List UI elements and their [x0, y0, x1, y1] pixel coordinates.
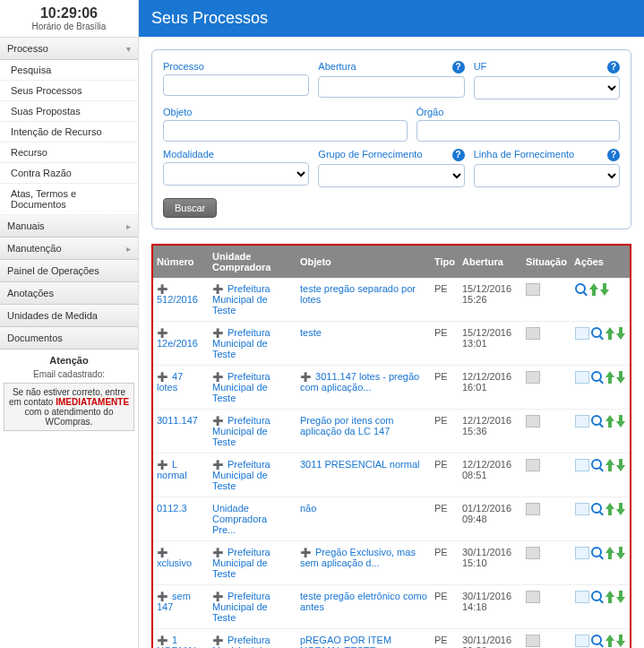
download-icon[interactable] [616, 635, 625, 647]
paper-icon[interactable] [575, 459, 589, 471]
expand-icon[interactable]: ➕ [212, 635, 223, 645]
download-icon[interactable] [600, 283, 609, 296]
expand-icon[interactable]: ➕ [212, 460, 223, 470]
expand-icon[interactable]: ➕ [157, 372, 167, 382]
cell-unidade[interactable]: Unidade Compradora Pre... [209, 497, 296, 541]
up-icon[interactable] [605, 591, 614, 603]
help-icon[interactable]: ? [452, 149, 465, 161]
view-icon[interactable] [591, 415, 604, 428]
download-icon[interactable] [616, 371, 625, 384]
expand-icon[interactable]: ➕ [212, 548, 223, 557]
expand-icon[interactable]: ➕ [157, 592, 167, 601]
view-icon[interactable] [591, 327, 604, 340]
sidebar-item[interactable]: Suas Propostas [0, 101, 138, 122]
cell-unidade[interactable]: ➕ Prefeitura Municipal de Teste [209, 410, 296, 454]
cell-objeto[interactable]: teste pregão separado por lotes [296, 278, 431, 322]
view-icon[interactable] [575, 283, 588, 296]
view-icon[interactable] [591, 635, 604, 647]
cell-objeto[interactable]: ➕ 3011.147 lotes - pregão com aplicação.… [296, 366, 431, 410]
buscar-button[interactable]: Buscar [163, 198, 217, 218]
help-icon[interactable]: ? [452, 61, 465, 73]
cell-unidade[interactable]: ➕ Prefeitura Municipal de Teste [209, 454, 296, 497]
up-icon[interactable] [589, 283, 598, 296]
menu-documentos[interactable]: Documentos [0, 327, 138, 350]
view-icon[interactable] [591, 503, 604, 515]
download-icon[interactable] [616, 459, 625, 471]
cell-unidade[interactable]: ➕ Prefeitura Municipal de Teste [209, 585, 296, 629]
cell-objeto[interactable]: não [296, 497, 431, 541]
cell-objeto[interactable]: 3011 PRESENCIAL normal [296, 454, 431, 497]
sidebar-item[interactable]: Intenção de Recurso [0, 122, 138, 143]
paper-icon[interactable] [575, 547, 589, 559]
expand-icon[interactable]: ➕ [212, 372, 223, 382]
help-icon[interactable]: ? [607, 61, 620, 73]
view-icon[interactable] [591, 591, 604, 603]
expand-icon[interactable]: ➕ [212, 328, 223, 338]
sidebar-item[interactable]: Pesquisa [0, 60, 138, 81]
expand-icon[interactable]: ➕ [300, 548, 311, 557]
up-icon[interactable] [605, 327, 614, 340]
sidebar-item[interactable]: Recurso [0, 143, 138, 163]
paper-icon[interactable] [575, 371, 589, 384]
expand-icon[interactable]: ➕ [212, 284, 223, 294]
filter-orgao-input[interactable] [416, 120, 620, 142]
cell-objeto[interactable]: Pregão por itens com aplicação da LC 147 [296, 410, 431, 454]
cell-numero[interactable]: 3011.147 [153, 410, 209, 454]
expand-icon[interactable]: ➕ [157, 548, 167, 557]
cell-objeto[interactable]: teste [296, 322, 431, 366]
expand-icon[interactable]: ➕ [157, 635, 167, 645]
up-icon[interactable] [605, 547, 614, 559]
filter-uf-select[interactable] [474, 76, 620, 99]
filter-modalidade-select[interactable] [163, 162, 309, 186]
filter-processo-input[interactable] [163, 74, 309, 96]
up-icon[interactable] [605, 503, 614, 515]
menu-unidades[interactable]: Unidades de Medida [0, 305, 138, 327]
filter-abertura-input[interactable] [318, 76, 464, 98]
paper-icon[interactable] [575, 635, 589, 647]
up-icon[interactable] [605, 459, 614, 471]
cell-numero[interactable]: ➕ sem 147 [153, 585, 209, 629]
cell-unidade[interactable]: ➕ Prefeitura Municipal de Teste [209, 322, 296, 366]
filter-objeto-input[interactable] [163, 120, 408, 142]
download-icon[interactable] [616, 327, 625, 340]
cell-numero[interactable]: ➕ 47 lotes [153, 366, 209, 410]
cell-objeto[interactable]: ➕ Pregão Exclusivo, mas sem aplicação d.… [296, 541, 431, 585]
cell-numero[interactable]: ➕ 1 NORMAL [153, 629, 209, 649]
cell-numero[interactable]: ➕ 12e/2016 [153, 322, 209, 366]
up-icon[interactable] [605, 415, 614, 428]
expand-icon[interactable]: ➕ [300, 372, 311, 382]
help-icon[interactable]: ? [607, 149, 620, 161]
paper-icon[interactable] [575, 591, 589, 603]
download-icon[interactable] [616, 547, 625, 559]
view-icon[interactable] [591, 371, 604, 384]
cell-numero[interactable]: ➕ L normal [153, 454, 209, 497]
cell-unidade[interactable]: ➕ Prefeitura Municipal de Teste [209, 366, 296, 410]
menu-manuais[interactable]: Manuais ▸ [0, 215, 138, 238]
expand-icon[interactable]: ➕ [212, 416, 223, 426]
filter-grupo-select[interactable] [318, 164, 464, 187]
expand-icon[interactable]: ➕ [157, 328, 167, 338]
cell-objeto[interactable]: teste pregão eletrônico como antes [296, 585, 431, 629]
menu-manutencao[interactable]: Manutenção ▸ [0, 238, 138, 260]
cell-numero[interactable]: ➕ xclusivo [153, 541, 209, 585]
cell-numero[interactable]: ➕ 512/2016 [153, 278, 209, 322]
paper-icon[interactable] [575, 327, 589, 340]
expand-icon[interactable]: ➕ [157, 460, 167, 470]
sidebar-item[interactable]: Seus Processos [0, 81, 138, 101]
up-icon[interactable] [605, 635, 614, 647]
cell-objeto[interactable]: pREGAO POR ITEM NORMAL TESTE [296, 629, 431, 649]
cell-unidade[interactable]: ➕ Prefeitura Municipal de Teste [209, 278, 296, 322]
sidebar-item[interactable]: Atas, Termos e Documentos [0, 184, 138, 215]
sidebar-item[interactable]: Contra Razão [0, 163, 138, 184]
expand-icon[interactable]: ➕ [157, 284, 167, 294]
menu-painel[interactable]: Painel de Operações [0, 260, 138, 282]
cell-numero[interactable]: 0112.3 [153, 497, 209, 541]
menu-anotacoes[interactable]: Anotações [0, 282, 138, 305]
paper-icon[interactable] [575, 415, 589, 428]
paper-icon[interactable] [575, 503, 589, 515]
view-icon[interactable] [591, 459, 604, 471]
download-icon[interactable] [616, 591, 625, 603]
menu-processo[interactable]: Processo ▾ [0, 38, 138, 60]
cell-unidade[interactable]: ➕ Prefeitura Municipal de Teste [209, 629, 296, 649]
download-icon[interactable] [616, 503, 625, 515]
